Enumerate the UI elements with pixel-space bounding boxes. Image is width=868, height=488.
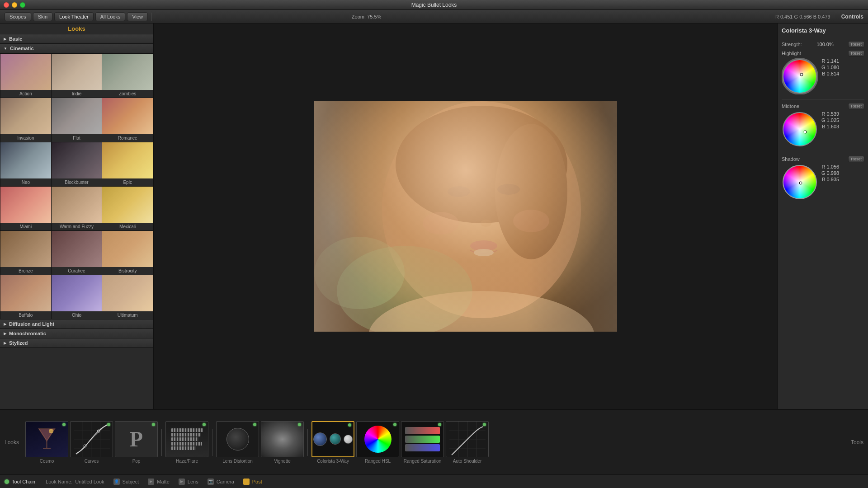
midtone-reset-button[interactable]: Reset: [848, 103, 864, 109]
subject-section: 👤 Subject: [113, 479, 139, 485]
look-item-miami[interactable]: Miami: [0, 187, 51, 230]
cosmo-martini-icon: [37, 427, 57, 451]
tool-item-cosmo[interactable]: Cosmo: [25, 421, 68, 464]
look-thumb-neo: [0, 142, 51, 178]
tool-item-vignette[interactable]: Vignette: [261, 421, 304, 464]
midtone-wheel[interactable]: [782, 111, 818, 147]
svg-point-25: [804, 131, 807, 133]
haze-bar-4: [171, 442, 202, 446]
tool-item-curves[interactable]: Curves: [70, 421, 113, 464]
look-item-zombies[interactable]: Zombies: [102, 54, 153, 98]
look-item-neo[interactable]: Neo: [0, 142, 51, 186]
look-item-romance[interactable]: Romance: [102, 98, 153, 142]
svg-point-28: [799, 182, 802, 184]
tool-item-pop[interactable]: P Pop: [115, 421, 158, 464]
look-thumb-indie: [52, 54, 102, 90]
look-item-buffalo[interactable]: Buffalo: [0, 275, 51, 319]
category-diffusion[interactable]: ▶ Diffusion and Light: [0, 319, 153, 329]
cosmo-icon-content: [26, 422, 68, 457]
highlight-rgb: R 1.141 G 1.080 B 0.814: [821, 58, 839, 76]
haze-bar-2: [171, 433, 201, 436]
svg-point-11: [513, 210, 549, 232]
skin-button[interactable]: Skin: [33, 12, 52, 21]
look-item-curahee[interactable]: Curahee: [52, 231, 102, 275]
shadow-g: G 0.998: [821, 170, 839, 176]
highlight-wheel[interactable]: [782, 58, 818, 94]
look-item-flat[interactable]: Flat: [52, 98, 102, 142]
look-theater-button[interactable]: Look Theater: [54, 12, 94, 21]
category-basic[interactable]: ▶ Basic: [0, 34, 153, 44]
haze-bar-1: [171, 428, 203, 432]
haze-bars-icon: [168, 425, 207, 454]
minimize-button[interactable]: [12, 2, 17, 8]
svg-point-9: [470, 240, 497, 251]
tool-chain-toggle[interactable]: Tool Chain:: [5, 479, 37, 484]
camera-section: 📷 Camera: [208, 479, 234, 485]
look-thumb-mexicali: [102, 187, 153, 223]
look-name-warmfuzzy: Warm and Fuzzy: [60, 223, 94, 230]
look-name-value: Untitled Look: [75, 479, 104, 484]
tool-item-lens[interactable]: Lens Distortion: [216, 421, 259, 464]
post-icon: [243, 479, 250, 485]
look-item-invasion[interactable]: Invasion: [0, 98, 51, 142]
category-stylized[interactable]: ▶ Stylized: [0, 338, 153, 348]
arrow-diffusion-icon: ▶: [4, 322, 6, 326]
cinematic-grid: Action Indie Zombies Invasion Flat Roman…: [0, 53, 153, 319]
zoom-display: Zoom: 75.5%: [352, 14, 381, 19]
lens-label: Lens: [188, 479, 198, 484]
look-item-mexicali[interactable]: Mexicali: [102, 187, 153, 230]
tool-item-haze[interactable]: Haze/Flare: [165, 421, 208, 464]
divider-1: [782, 99, 864, 99]
close-button[interactable]: [4, 2, 9, 8]
vignette-power-indicator: [298, 423, 301, 426]
tools-chain-label: Tools: [851, 439, 863, 446]
look-item-action[interactable]: Action: [0, 54, 51, 98]
tool-thumb-autoshoulder: [446, 421, 489, 457]
look-thumb-ohio: [52, 275, 102, 311]
look-item-indie[interactable]: Indie: [52, 54, 102, 98]
arrow-stylized-icon: ▶: [4, 341, 6, 345]
all-looks-button[interactable]: All Looks: [95, 12, 126, 21]
maximize-button[interactable]: [20, 2, 25, 8]
look-name-mexicali: Mexicali: [119, 223, 136, 230]
view-button[interactable]: View: [127, 12, 148, 21]
svg-point-3: [382, 101, 581, 318]
svg-point-12: [337, 246, 472, 332]
tool-label-rangedsat: Ranged Saturation: [404, 459, 441, 464]
svg-point-4: [396, 106, 567, 223]
tool-item-colorista[interactable]: Colorista 3-Way: [311, 421, 354, 464]
preview-svg: [314, 101, 617, 332]
category-cinematic[interactable]: ▼ Cinematic: [0, 44, 153, 53]
tool-item-rangedhsl[interactable]: Ranged HSL: [356, 421, 399, 464]
svg-point-22: [800, 73, 803, 76]
shadow-wheel[interactable]: [782, 164, 818, 200]
look-name-blockbuster: Blockbuster: [65, 178, 88, 186]
look-item-warmfuzzy[interactable]: Warm and Fuzzy: [52, 187, 102, 230]
look-item-bronze[interactable]: Bronze: [0, 231, 51, 275]
tool-item-rangedsat[interactable]: Ranged Saturation: [401, 421, 444, 464]
look-item-bistrocity[interactable]: Bistrocity: [102, 231, 153, 275]
look-thumb-invasion: [0, 98, 51, 134]
tool-thumb-curves: [70, 421, 113, 457]
tool-thumb-lens: [216, 421, 259, 457]
strength-reset-button[interactable]: Reset: [848, 41, 864, 47]
look-item-epic[interactable]: Epic: [102, 142, 153, 186]
strength-label: Strength:: [782, 42, 802, 47]
shadow-reset-button[interactable]: Reset: [848, 156, 864, 162]
look-name-flat: Flat: [73, 134, 80, 142]
traffic-lights: [4, 2, 25, 8]
tool-thumb-colorista: [311, 421, 354, 457]
category-mono[interactable]: ▶ Monochromatic: [0, 329, 153, 338]
shadow-rgb: R 1.056 G 0.998 B 0.935: [821, 164, 839, 182]
look-item-ohio[interactable]: Ohio: [52, 275, 102, 319]
rangedsat-power-indicator: [438, 423, 441, 426]
look-item-blockbuster[interactable]: Blockbuster: [52, 142, 102, 186]
tool-item-autoshoulder[interactable]: Auto Shoulder: [446, 421, 489, 464]
highlight-reset-button[interactable]: Reset: [848, 50, 864, 56]
look-item-ultimatum[interactable]: Ultimatum: [102, 275, 153, 319]
look-name-bistrocity: Bistrocity: [118, 267, 137, 275]
scopes-button[interactable]: Scopes: [5, 12, 31, 21]
camera-label: Camera: [217, 479, 234, 484]
subject-label: Subject: [123, 479, 139, 484]
look-thumb-buffalo: [0, 275, 51, 311]
